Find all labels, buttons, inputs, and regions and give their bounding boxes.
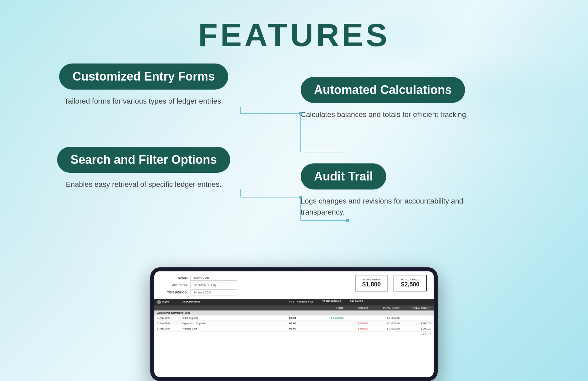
total-credit-value: $2,500 (400, 281, 421, 288)
name-label: NAME: (161, 276, 188, 279)
customized-entry-forms-badge: Customized Entry Forms (59, 64, 228, 90)
feature-audit-trail: Audit Trail Logs changes and revisions f… (301, 163, 561, 218)
tablet-mockup: NAME: JOHN DOE ADDRESS: 123 Main St, Cit… (150, 267, 438, 381)
feature-automated-calculations: Automated Calculations Calculates balanc… (301, 77, 561, 120)
sub-col-debit: DEBIT (320, 306, 343, 309)
left-features: Customized Entry Forms Tailored forms fo… (27, 64, 261, 234)
row3-total-debit: $ 1,000.00 (370, 327, 400, 330)
row2-desc: Payment to Supplier (182, 322, 287, 325)
sub-col-total-debit: TOTAL DEBIT (370, 306, 400, 309)
audit-trail-badge: Audit Trail (301, 163, 386, 189)
row2-total-debit: $ 1,000.00 (370, 322, 400, 325)
table-sub-header: DEBIT CREDIT TOTAL DEBIT TOTAL CREDIT (154, 305, 434, 310)
row1-ref: T0001 (289, 316, 319, 320)
sub-col-credit: CREDIT (345, 306, 368, 309)
row1-credit (345, 316, 368, 320)
tablet-screen: NAME: JOHN DOE ADDRESS: 123 Main St, Cit… (154, 271, 434, 377)
customized-entry-forms-description: Tailored forms for various types of ledg… (57, 96, 231, 107)
page-indicator: 11 of 12 (154, 332, 434, 336)
total-credit-box: TOTAL CREDIT $2,500 (394, 275, 427, 291)
col-post-ref: POST REFERENCE (289, 300, 319, 304)
address-value: 123 Main St, City (190, 282, 237, 288)
time-period-label: TIME PERIOD: (161, 291, 188, 294)
page-title: FEATURES (0, 17, 588, 53)
table-row: 3-Jan-2024 Payment to Supplier T0002 $ 2… (154, 321, 434, 326)
feature-customized-entry-forms: Customized Entry Forms Tailored forms fo… (27, 64, 261, 107)
tablet-frame: NAME: JOHN DOE ADDRESS: 123 Main St, Cit… (150, 267, 438, 381)
name-value: JOHN DOE (190, 275, 237, 281)
row1-total-credit (401, 316, 431, 320)
row2-ref: T0002 (289, 322, 319, 325)
search-filter-description: Enables easy retrieval of specific ledge… (57, 179, 231, 190)
row3-debit (320, 327, 343, 330)
table-row: 5-Jan-2024 Product Sale T0003 $ 500.00 $… (154, 326, 434, 332)
right-features: Automated Calculations Calculates balanc… (261, 64, 561, 234)
row3-total-credit: $ 700.00 (401, 327, 431, 330)
feature-search-filter: Search and Filter Options Enables easy r… (27, 147, 261, 190)
row3-credit: $ 500.00 (345, 327, 368, 330)
total-debit-value: $1,800 (361, 281, 382, 288)
automated-calc-badge: Automated Calculations (301, 77, 465, 103)
account-number: ACCOUNT NUMBER: 1001 (157, 311, 190, 314)
account-number-row: ACCOUNT NUMBER: 1001 (154, 310, 434, 315)
row3-desc: Product Sale (182, 327, 287, 330)
row1-debit: $ 1,000.00 (320, 316, 343, 320)
total-debit-box: TOTAL DEBIT $1,800 (355, 275, 388, 291)
row2-date: 3-Jan-2024 (157, 322, 180, 325)
row3-date: 5-Jan-2024 (157, 327, 180, 330)
row1-date: 1-Jan-2024 (157, 316, 180, 320)
row2-total-credit: $ 200.00 (401, 322, 431, 325)
row1-desc: Initial Deposit (182, 316, 287, 320)
time-period-value: January 2024 (190, 289, 237, 295)
address-label: ADDRESS: (161, 283, 188, 287)
search-filter-badge: Search and Filter Options (57, 147, 230, 173)
row2-credit: $ 200.00 (345, 322, 368, 325)
page-header: FEATURES (0, 0, 588, 64)
row3-ref: T0003 (289, 327, 319, 330)
row2-debit (320, 322, 343, 325)
table-row: 1-Jan-2024 Initial Deposit T0001 $ 1,000… (154, 315, 434, 321)
total-debit-label: TOTAL DEBIT (361, 278, 382, 281)
col-date: DATE (162, 301, 169, 304)
col-description: DESCRIPTION (182, 300, 287, 304)
table-header: DATE DESCRIPTION POST REFERENCE TRANSACT… (154, 299, 434, 305)
automated-calc-description: Calculates balances and totals for effic… (301, 109, 474, 120)
total-credit-label: TOTAL CREDIT (400, 278, 421, 281)
sub-col-total-credit: TOTAL CREDIT (401, 306, 431, 309)
audit-trail-description: Logs changes and revisions for accountab… (301, 196, 474, 218)
row1-total-debit: $ 1,000.00 (370, 316, 400, 320)
